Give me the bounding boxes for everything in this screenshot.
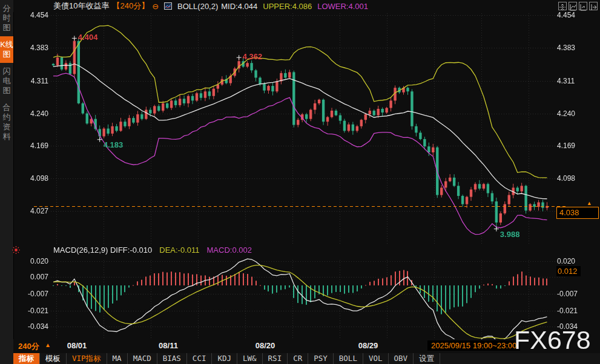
last-price-box: 4.038 xyxy=(556,207,599,219)
macd-bar-value: MACD:0.002 xyxy=(207,245,252,255)
price-tick-left: 4.098 xyxy=(19,174,48,183)
tab-obv[interactable]: OBV xyxy=(389,353,414,364)
tab-psy[interactable]: PSY xyxy=(308,353,334,364)
collapse-icon[interactable]: ⊖ xyxy=(152,2,159,11)
macd-dea-value: DEA:-0.011 xyxy=(159,245,199,255)
red-dot-icon[interactable] xyxy=(12,245,21,257)
tab-vol[interactable]: VOL xyxy=(363,353,389,364)
date-tick: 08/20 xyxy=(251,341,279,350)
macd-tick-left: -0.021 xyxy=(19,306,48,316)
price-marker-arrow: ▲ xyxy=(587,200,592,206)
kline-app-window: { "title_bar": { "symbol": "美债10年收益率", "… xyxy=(0,0,600,364)
macd-tick-right: -0.007 xyxy=(557,289,586,299)
price-tick-right: 4.240 xyxy=(557,109,586,119)
macd-tick-left: 0.020 xyxy=(19,256,48,266)
price-tick-right: 4.383 xyxy=(557,43,586,53)
macd-tick-left: 0.007 xyxy=(19,272,48,282)
sidebar-tab-flash-chart[interactable]: 闪电图 xyxy=(0,63,13,99)
period-arrow-icon[interactable]: ▲ xyxy=(45,342,51,348)
indicator-tab-bar: 指标 模板 VIP指标 MA MACD BIAS CCI KDJ LW& RSI… xyxy=(13,353,600,364)
tab-boll[interactable]: BOLL xyxy=(334,353,363,364)
sidebar-tab-contract-info[interactable]: 合约资料 xyxy=(0,99,13,145)
macd-current-box: 0.012 xyxy=(556,266,581,276)
sidebar-tab-kline[interactable]: K线图 xyxy=(0,36,13,63)
price-tick-right: 4.454 xyxy=(557,10,586,20)
tab-lw[interactable]: LW& xyxy=(237,353,263,364)
price-tick-left: 4.027 xyxy=(19,206,48,216)
price-tick-left: 4.383 xyxy=(19,43,48,53)
date-tick: 08/29 xyxy=(354,341,382,350)
date-tick: 08/01 xyxy=(63,341,91,350)
zoom-chart-icon[interactable] xyxy=(569,2,577,10)
tab-bias[interactable]: BIAS xyxy=(157,353,187,364)
macd-tick-left: -0.007 xyxy=(19,289,48,299)
boll-mid-value: MID:4.044 xyxy=(221,2,257,11)
chart-title-bar: 美债10年收益率 【240分】 ⊖ BOLL(20,2) MID:4.044 U… xyxy=(13,0,600,12)
tab-kdj[interactable]: KDJ xyxy=(212,353,237,364)
chart-toolbar xyxy=(558,2,598,10)
tab-indicator[interactable]: 指标 xyxy=(13,353,40,364)
period-label[interactable]: 【240分】 xyxy=(112,1,149,11)
tab-vip-indicator[interactable]: VIP指标 xyxy=(67,353,107,364)
cursor-datetime-badge: 2025/09/15 19:00~23:00 xyxy=(427,340,520,351)
price-tick-left: 4.311 xyxy=(19,76,48,86)
boll-lower-value: LOWER:4.001 xyxy=(317,2,368,11)
crosshair-pan-icon[interactable] xyxy=(558,2,567,10)
boll-label: BOLL(20,2) xyxy=(177,2,218,11)
period-selector[interactable]: 240分 xyxy=(18,341,39,352)
tab-cr[interactable]: CR xyxy=(288,353,308,364)
price-tick-left: 4.240 xyxy=(19,109,48,119)
macd-tick-right: -0.021 xyxy=(557,306,586,316)
symbol-title: 美债10年收益率 xyxy=(53,1,109,11)
macd-header: MACD(26,12,9) DIFF:-0.010 DEA:-0.011 MAC… xyxy=(53,245,252,255)
tab-macd[interactable]: MACD xyxy=(128,353,157,364)
price-tick-right: 4.169 xyxy=(557,141,586,151)
price-tick-left: 4.454 xyxy=(19,10,48,20)
macd-tick-left: -0.034 xyxy=(19,322,48,331)
jump-latest-icon[interactable] xyxy=(589,2,598,10)
price-tick-left: 4.169 xyxy=(19,141,48,151)
mini-chart-icon xyxy=(164,2,172,10)
macd-tick-right: 0.020 xyxy=(557,256,586,266)
sidebar-tab-time-chart[interactable]: 分时图 xyxy=(0,0,13,36)
tab-cci[interactable]: CCI xyxy=(187,353,213,364)
tab-template[interactable]: 模板 xyxy=(40,353,67,364)
x-axis-row: 240分 ▲ 08/01 08/11 08/20 08/29 2025/09/1… xyxy=(13,339,600,353)
tab-settings[interactable]: 设置 xyxy=(414,353,440,364)
macd-name-diff: MACD(26,12,9) DIFF:-0.010 xyxy=(53,245,152,255)
fx678-watermark: FX678 xyxy=(514,325,591,355)
left-sidebar: 分时图 K线图 闪电图 合约资料 xyxy=(0,0,14,364)
chart-shift-icon[interactable] xyxy=(579,2,587,10)
boll-upper-value: UPPER:4.086 xyxy=(263,2,312,11)
tab-rsi[interactable]: RSI xyxy=(263,353,288,364)
chart-canvas[interactable] xyxy=(13,12,600,353)
date-tick: 08/11 xyxy=(154,341,182,350)
tab-ma[interactable]: MA xyxy=(107,353,128,364)
price-tick-right: 4.311 xyxy=(557,76,586,86)
price-tick-right: 4.098 xyxy=(557,174,586,183)
